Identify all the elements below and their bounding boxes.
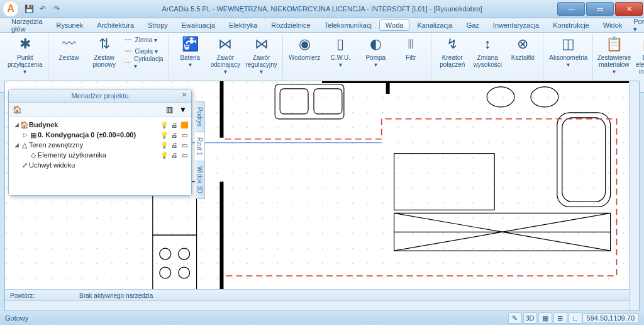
- btn-zestaw[interactable]: 〰Zestaw: [52, 34, 87, 62]
- project-tree[interactable]: ◢🏠Budynek💡🖨🟧▷▦0. Kondygnacja 0 (±0.00=0.…: [9, 117, 191, 195]
- save-icon[interactable]: 💾: [24, 4, 34, 14]
- minimize-button[interactable]: —: [557, 2, 585, 16]
- btn-bateria[interactable]: 🚰Bateria▾: [172, 34, 208, 69]
- btn-zawor-odcinajacy[interactable]: ⋈Zawórodcinający ▾: [208, 34, 243, 76]
- maximize-button[interactable]: ▭: [586, 2, 614, 16]
- btn-zestaw-pionowy[interactable]: ⇅Zestawpionowy: [87, 34, 122, 69]
- status-icon-5[interactable]: ∟: [569, 312, 582, 324]
- tree-row[interactable]: ◇Elementy użytkownika💡🖨▭: [10, 150, 190, 160]
- btn-zimna[interactable]: 〰Zimna ▾: [124, 34, 165, 45]
- tree-status-icon[interactable]: 🖨: [170, 132, 179, 139]
- tree-toggle-icon[interactable]: ▷: [21, 132, 29, 138]
- tree-node-icon: ◇: [29, 151, 38, 159]
- scrollbar-vertical[interactable]: [629, 81, 639, 311]
- filter-icon: ⫴: [408, 35, 414, 53]
- btn-cwu[interactable]: ▯C.W.U.▾: [323, 34, 358, 69]
- btn-zawor-regulacyjny[interactable]: ⋈Zawórregulacyjny ▾: [243, 34, 280, 76]
- sidetab-podrys[interactable]: Podrys: [195, 101, 205, 132]
- tab-inwentaryzacja[interactable]: Inwentaryzacja: [487, 20, 545, 31]
- btn-punkt-przylaczenia[interactable]: ✱Punktprzyłączenia ▾: [5, 34, 45, 76]
- btn-cyrkulacja[interactable]: 〰Cyrkulacja ▾: [124, 57, 165, 68]
- circ-icon: 〰: [124, 59, 131, 66]
- tree-status-icon[interactable]: 🟧: [180, 122, 189, 128]
- boiler-icon: ▯: [336, 35, 344, 53]
- tab-ewakuacja[interactable]: Ewakuacja: [175, 20, 221, 31]
- help-menu[interactable]: Pomoc ▾: [630, 16, 644, 35]
- btn-wodomierz[interactable]: ◉Wodomierz: [286, 34, 323, 62]
- tab-kanalizacja[interactable]: Kanalizacja: [411, 20, 458, 31]
- tree-status-icon[interactable]: 🖨: [170, 122, 179, 128]
- status-tool-label: Brak aktywnego narzędzia: [79, 292, 153, 299]
- tree-node-label: Uchwyt widoku: [29, 161, 160, 169]
- sidetab-widok3d[interactable]: Widok 3D: [195, 161, 205, 199]
- connect-icon: ↯: [447, 35, 458, 53]
- tree-toggle-icon[interactable]: ◢: [13, 142, 20, 148]
- tab-konstrukcje[interactable]: Konstrukcje: [547, 20, 595, 31]
- quick-access-toolbar: 💾 ↶ ↷: [24, 4, 62, 14]
- scrollbar-horizontal[interactable]: [5, 300, 630, 311]
- tree-status-icon[interactable]: 💡: [160, 142, 169, 149]
- valve-icon: ⋈: [218, 35, 232, 53]
- tree-row[interactable]: ▷▦0. Kondygnacja 0 (±0.00=0.00)💡🖨▭: [10, 130, 190, 140]
- tab-rysunek[interactable]: Rysunek: [50, 20, 90, 31]
- tree-status-icon[interactable]: 🖨: [170, 142, 179, 149]
- status-repeat-label: Powtórz:: [10, 292, 67, 299]
- palette-filter-icon[interactable]: ▥: [164, 104, 175, 115]
- tab-narzedzia[interactable]: Narzędzia głów: [5, 16, 49, 35]
- tab-rozdzielnice[interactable]: Rozdzielnice: [265, 20, 316, 31]
- cold-icon: 〰: [124, 37, 133, 43]
- tab-telekom[interactable]: Telekomunikacj: [318, 20, 378, 31]
- btn-filtr[interactable]: ⫴Filtr: [393, 34, 428, 62]
- meter-icon: ◉: [299, 35, 311, 53]
- tab-stropy[interactable]: Stropy: [142, 20, 174, 31]
- tree-node-icon: ▦: [29, 131, 38, 139]
- tree-status-icon[interactable]: ▭: [180, 142, 189, 149]
- plug-icon: ✱: [19, 35, 31, 53]
- tab-architektura[interactable]: Architektura: [91, 20, 140, 31]
- tree-status-icon[interactable]: 💡: [160, 152, 169, 159]
- status-icon-1[interactable]: ✎: [508, 312, 522, 324]
- btn-zmiana-wysokosci[interactable]: ↕Zmianawysokości: [470, 34, 505, 69]
- palette-side-tabs: Podrys Rzut 1 Widok 3D: [195, 101, 205, 198]
- tree-node-label: Teren zewnętrzny: [29, 141, 160, 149]
- status-icon-2[interactable]: 3D: [523, 312, 537, 324]
- tree-status-icon[interactable]: ▭: [180, 132, 189, 139]
- status-coordinates: 594.50,1109.70: [582, 313, 639, 323]
- project-manager-palette[interactable]: Menadżer projektu ✕ 🏠 ▥ ▼ ◢🏠Budynek💡🖨🟧▷▦…: [8, 89, 192, 196]
- palette-title-label: Menadżer projektu: [71, 92, 128, 100]
- tree-row[interactable]: ◢△Teren zewnętrzny💡🖨▭: [10, 140, 190, 150]
- riser-icon: ⇅: [99, 35, 110, 53]
- tree-status-icon[interactable]: ▭: [180, 152, 189, 159]
- tree-status-icon[interactable]: 💡: [160, 132, 169, 139]
- status-icon-4[interactable]: ⊞: [553, 312, 567, 324]
- tab-gaz[interactable]: Gaz: [460, 20, 486, 31]
- tree-status-icon[interactable]: 🖨: [170, 152, 179, 159]
- redo-icon[interactable]: ↷: [52, 4, 62, 14]
- title-bar: A 💾 ↶ ↷ ArCADia 5.5 PL - WEWNĘTRZNA, NIE…: [0, 0, 644, 18]
- tree-status-icon[interactable]: 💡: [160, 122, 169, 128]
- close-button[interactable]: ✕: [615, 2, 643, 16]
- palette-title[interactable]: Menadżer projektu ✕: [9, 89, 191, 103]
- btn-aksonometria[interactable]: ◫Aksonometria▾: [547, 34, 590, 69]
- tree-row[interactable]: ◢🏠Budynek💡🖨🟧: [10, 120, 190, 130]
- tab-elektryka[interactable]: Elektryka: [223, 20, 264, 31]
- tree-node-icon: ⤢: [20, 161, 29, 169]
- btn-ksztaltki[interactable]: ⊗Kształtki: [505, 34, 540, 62]
- materials-icon: 📋: [606, 35, 623, 53]
- tree-row[interactable]: ⤢Uchwyt widoku: [10, 160, 190, 170]
- tree-toggle-icon[interactable]: ◢: [13, 122, 20, 128]
- tab-widok[interactable]: Widok: [597, 20, 629, 31]
- tab-woda[interactable]: Woda: [379, 20, 410, 31]
- btn-pompa[interactable]: ◐Pompa▾: [358, 34, 393, 69]
- btn-kreator-polaczen[interactable]: ↯Kreatorpołączeń: [435, 34, 470, 69]
- btn-dobor-elementow[interactable]: 📂Dobór elementówinstalacji: [631, 34, 644, 76]
- btn-zestawienie-materialow[interactable]: 📋Zestawieniemateriałów ▾: [596, 34, 631, 76]
- sidetab-rzut1[interactable]: Rzut 1: [195, 132, 205, 161]
- status-icon-3[interactable]: ▦: [538, 312, 552, 324]
- undo-icon[interactable]: ↶: [38, 4, 48, 14]
- palette-close-icon[interactable]: ✕: [180, 91, 189, 100]
- palette-home-icon[interactable]: 🏠: [11, 104, 23, 115]
- menu-bar: Narzędzia głów Rysunek Architektura Stro…: [0, 18, 644, 33]
- hot-icon: 〰: [124, 48, 133, 55]
- palette-funnel-icon[interactable]: ▼: [177, 104, 189, 115]
